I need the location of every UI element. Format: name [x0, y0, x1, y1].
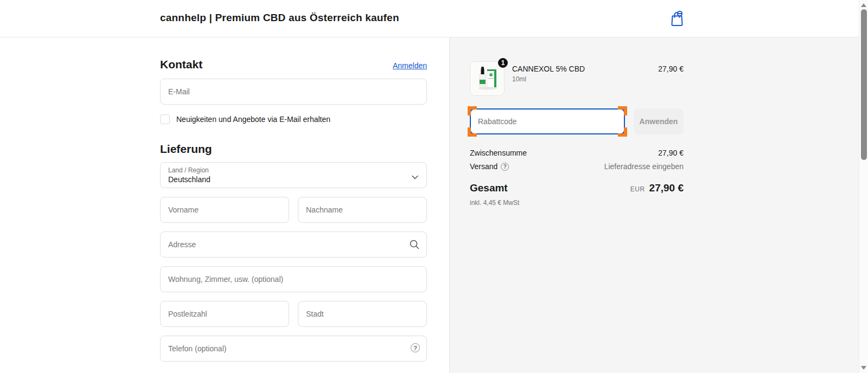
country-select-value: Deutschland — [168, 175, 419, 184]
order-summary-panel: 1 CANNEXOL 5% CBD 10ml 27,90 € — [449, 37, 859, 373]
newsletter-label: Neuigkeiten und Angebote via E-Mail erha… — [176, 115, 330, 124]
product-name: CANNEXOL 5% CBD — [512, 65, 658, 73]
apply-discount-button[interactable]: Anwenden — [634, 108, 684, 134]
main-area: Kontakt Anmelden Neuigkeiten und Angebot… — [0, 37, 859, 373]
country-select[interactable]: Land / Region Deutschland — [160, 162, 427, 188]
apartment-field-wrap — [160, 266, 427, 292]
first-name-input[interactable] — [160, 197, 289, 223]
country-select-label: Land / Region — [168, 166, 419, 175]
subtotal-value: 27,90 € — [658, 149, 684, 157]
quantity-badge: 1 — [497, 57, 509, 69]
email-field-wrap — [160, 79, 427, 105]
discount-row: Anwenden — [470, 108, 684, 134]
cart-bag-icon[interactable] — [669, 10, 687, 27]
shipping-label: Versand — [470, 162, 497, 171]
city-input[interactable] — [298, 301, 427, 327]
apartment-input[interactable] — [160, 266, 427, 292]
newsletter-row: Neuigkeiten und Angebote via E-Mail erha… — [160, 114, 427, 124]
city-field-wrap — [298, 301, 427, 327]
chevron-down-icon — [411, 172, 419, 182]
store-title: cannhelp | Premium CBD aus Österreich ka… — [160, 12, 399, 24]
discount-input-wrap — [470, 108, 625, 134]
scroll-up-arrow-icon[interactable] — [861, 3, 866, 7]
shipping-help-icon[interactable]: ? — [501, 163, 509, 171]
zip-input[interactable] — [160, 301, 289, 327]
address-input[interactable] — [160, 231, 427, 258]
phone-help-icon[interactable]: ? — [411, 343, 420, 352]
total-row: Gesamt EUR 27,90 € — [470, 182, 684, 194]
discount-code-input[interactable] — [470, 108, 625, 134]
address-field-wrap — [160, 231, 427, 258]
phone-field-wrap: ? — [160, 336, 427, 362]
vertical-scrollbar — [859, 0, 868, 373]
product-variant: 10ml — [512, 75, 658, 83]
tax-note: inkl. 4,45 € MwSt — [470, 199, 684, 207]
phone-input[interactable] — [160, 336, 427, 362]
email-input[interactable] — [160, 79, 427, 105]
cart-line-item: 1 CANNEXOL 5% CBD 10ml 27,90 € — [470, 61, 684, 96]
shipping-row: Versand ? Lieferadresse eingeben — [470, 162, 684, 171]
total-label: Gesamt — [470, 182, 508, 194]
newsletter-checkbox[interactable] — [160, 114, 170, 124]
checkout-page: cannhelp | Premium CBD aus Österreich ka… — [0, 0, 868, 373]
scrollbar-thumb[interactable] — [861, 9, 867, 160]
last-name-input[interactable] — [298, 197, 427, 223]
currency-code: EUR — [630, 185, 645, 193]
last-name-field-wrap — [298, 197, 427, 223]
totals-section: Zwischensumme 27,90 € Versand ? Lieferad… — [470, 149, 684, 207]
contact-heading: Kontakt — [160, 58, 202, 71]
checkout-form-panel: Kontakt Anmelden Neuigkeiten und Angebot… — [0, 37, 449, 373]
total-value: 27,90 € — [649, 182, 684, 194]
product-price: 27,90 € — [658, 61, 684, 73]
login-link[interactable]: Anmelden — [393, 61, 427, 70]
zip-field-wrap — [160, 301, 289, 327]
first-name-field-wrap — [160, 197, 289, 223]
delivery-heading: Lieferung — [160, 143, 427, 156]
product-thumbnail: 1 — [470, 61, 505, 96]
search-icon — [409, 239, 420, 252]
shopping-bag-icon — [669, 10, 685, 27]
scroll-down-arrow-icon[interactable] — [861, 366, 866, 370]
header: cannhelp | Premium CBD aus Österreich ka… — [0, 0, 859, 37]
subtotal-label: Zwischensumme — [470, 149, 527, 157]
subtotal-row: Zwischensumme 27,90 € — [470, 149, 684, 157]
shipping-value: Lieferadresse eingeben — [604, 162, 684, 171]
